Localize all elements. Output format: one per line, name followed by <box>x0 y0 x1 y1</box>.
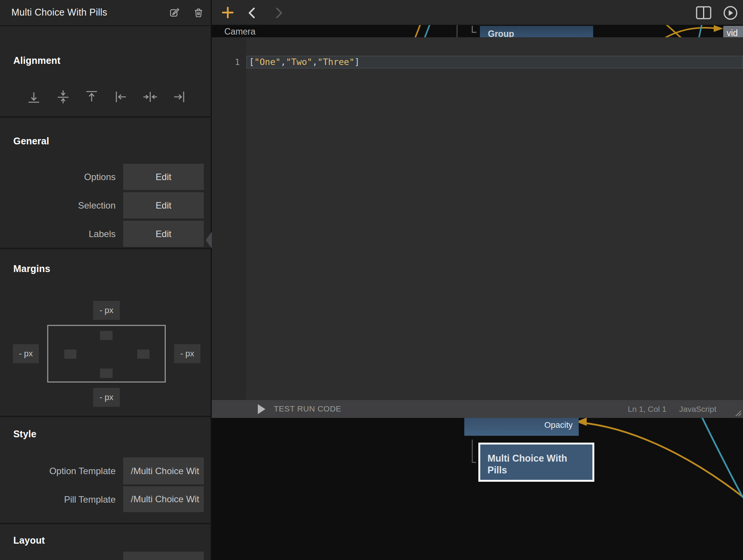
margin-right-field[interactable]: - px <box>174 344 200 363</box>
section-divider <box>0 416 212 417</box>
layout-heading: Layout <box>13 535 45 546</box>
cursor-position-status: Ln 1, Col 1 <box>628 405 667 414</box>
property-panel: Multi Choice With Pills Alignment <box>0 0 212 560</box>
align-center-horizontal-icon[interactable] <box>143 89 158 104</box>
app-window: Multi Choice With Pills Alignment <box>0 0 743 560</box>
options-label: Options <box>0 172 116 182</box>
align-top-icon[interactable] <box>84 89 99 104</box>
option-template-value[interactable]: /Multi Choice Wit <box>123 457 204 484</box>
code-token: "Three" <box>318 57 354 67</box>
section-divider <box>0 116 212 118</box>
selection-edit-button[interactable]: Edit <box>123 192 204 218</box>
selection-label: Selection <box>0 200 116 211</box>
trash-icon[interactable] <box>193 8 204 18</box>
popup-arrow-notch <box>206 232 212 248</box>
code-token: ] <box>354 57 360 67</box>
style-heading: Style <box>13 429 37 440</box>
margin-handle-left <box>64 350 76 359</box>
code-token: , <box>312 57 318 67</box>
pill-template-label: Pill Template <box>0 494 116 505</box>
margins-diagram <box>47 325 166 383</box>
alignment-heading: Alignment <box>13 55 60 66</box>
resize-grip[interactable] <box>733 410 742 417</box>
play-icon[interactable] <box>723 5 738 21</box>
chevron-right-icon[interactable] <box>272 5 286 21</box>
code-token: , <box>281 57 286 67</box>
margin-handle-top <box>100 331 113 340</box>
align-right-icon[interactable] <box>171 89 187 104</box>
align-center-vertical-icon[interactable] <box>56 89 71 104</box>
code-editor-popup: 1 ["One","Two","Three"] TEST RUN CODE Ln… <box>212 37 743 418</box>
margin-bottom-field[interactable]: - px <box>93 388 120 407</box>
align-bottom-icon[interactable] <box>26 89 41 104</box>
canvas-toolbar <box>212 0 743 25</box>
options-edit-button[interactable]: Edit <box>123 164 204 190</box>
margin-left-field[interactable]: - px <box>13 344 39 363</box>
margins-heading: Margins <box>13 263 50 274</box>
run-play-icon[interactable] <box>258 404 265 414</box>
labels-label: Labels <box>0 229 116 239</box>
layout-partial-field[interactable] <box>123 552 204 560</box>
node-camera[interactable]: Camera <box>224 27 256 37</box>
line-number: 1 <box>232 56 243 68</box>
language-status: JavaScript <box>679 405 716 414</box>
split-view-icon[interactable] <box>695 6 712 20</box>
edit-icon[interactable] <box>169 8 180 18</box>
component-title: Multi Choice With Pills <box>11 7 107 18</box>
labels-edit-button[interactable]: Edit <box>123 221 204 247</box>
section-divider <box>0 248 212 249</box>
node-label-line2: Pills <box>487 464 592 476</box>
code-token: "One" <box>254 57 281 67</box>
editor-gutter <box>212 37 246 418</box>
pill-template-value[interactable]: /Multi Choice Wit <box>123 486 204 512</box>
margin-top-field[interactable]: - px <box>93 301 120 320</box>
align-left-icon[interactable] <box>113 89 129 104</box>
option-template-label: Option Template <box>0 466 116 476</box>
code-line-input[interactable]: ["One","Two","Three"] <box>249 56 360 68</box>
code-token: [ <box>249 57 254 67</box>
plus-icon[interactable] <box>218 3 237 22</box>
node-opacity[interactable]: Opacity <box>464 418 579 436</box>
node-label-line1: Multi Choice With <box>487 452 592 464</box>
margin-handle-bottom <box>100 369 113 378</box>
editor-footer: TEST RUN CODE Ln 1, Col 1 JavaScript <box>212 400 743 418</box>
test-run-code-button[interactable]: TEST RUN CODE <box>274 404 341 413</box>
node-multi-choice-with-pills-selected[interactable]: Multi Choice With Pills <box>478 443 594 482</box>
section-divider <box>0 523 212 524</box>
code-token: "Two" <box>286 57 312 67</box>
panel-header: Multi Choice With Pills <box>0 0 212 26</box>
general-heading: General <box>13 136 49 147</box>
margin-handle-right <box>137 350 149 359</box>
chevron-left-icon[interactable] <box>245 5 259 21</box>
